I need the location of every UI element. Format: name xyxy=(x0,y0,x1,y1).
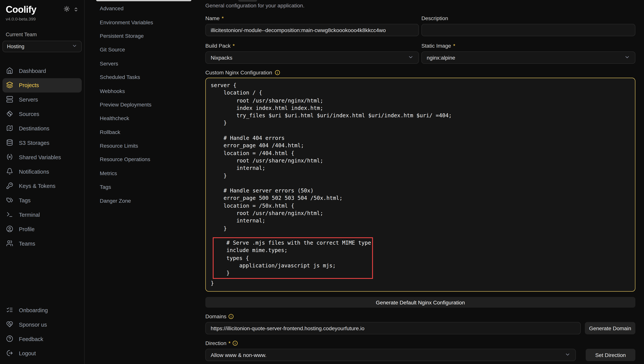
description-label: Description xyxy=(421,15,635,22)
home-icon xyxy=(6,67,13,75)
database-icon xyxy=(6,139,13,147)
help-circle-icon xyxy=(6,335,13,343)
nginx-config-editor[interactable]: server { location / { root /usr/share/ng… xyxy=(206,78,636,292)
nginx-code-after: } xyxy=(211,280,214,287)
set-direction-button[interactable]: Set Direction xyxy=(586,349,635,361)
settings-item-resource-operations[interactable]: Resource Operations xyxy=(100,153,192,166)
sidebar-item-label: Destinations xyxy=(19,125,50,132)
sidebar-nav: Dashboard Projects Servers Sources Desti… xyxy=(0,64,84,251)
sidebar-item-label: Shared Variables xyxy=(19,154,61,160)
static-image-label: Static Image* xyxy=(421,42,635,49)
server-icon xyxy=(6,96,13,104)
settings-item-git-source[interactable]: Git Source xyxy=(100,43,192,57)
name-input-value: illicitestonion/-module--decomposition:m… xyxy=(211,27,386,33)
map-icon xyxy=(6,124,13,133)
sidebar-item-label: Terminal xyxy=(19,212,40,218)
key-icon xyxy=(6,182,13,190)
sidebar-item-label: Keys & Tokens xyxy=(19,183,56,189)
generate-default-nginx-config-button[interactable]: Generate Default Nginx Configuration xyxy=(206,297,636,308)
settings-item-resource-limits[interactable]: Resource Limits xyxy=(100,139,192,152)
sidebar-item-s3-storages[interactable]: S3 Storages xyxy=(2,136,82,150)
users-icon xyxy=(6,240,13,248)
sidebar-item-dashboard[interactable]: Dashboard xyxy=(2,64,82,78)
bell-icon xyxy=(6,167,13,176)
sidebar-item-onboarding[interactable]: Onboarding xyxy=(2,303,82,317)
settings-item-scheduled-tasks[interactable]: Scheduled Tasks xyxy=(100,70,192,84)
chevron-down-icon xyxy=(565,351,570,358)
sidebar-item-projects[interactable]: Projects xyxy=(2,78,82,93)
tags-icon xyxy=(6,197,13,205)
user-circle-icon xyxy=(6,225,13,233)
sidebar-item-label: Sources xyxy=(19,111,39,117)
settings-item-healthcheck[interactable]: Healthcheck xyxy=(100,112,192,125)
sidebar-item-label: Projects xyxy=(19,82,39,88)
coolify-app: Coolify v4.0.0-beta.399 Current Team Hos… xyxy=(0,0,644,364)
general-config-panel: General configuration for your applicati… xyxy=(192,0,644,364)
sidebar-item-profile[interactable]: Profile xyxy=(2,222,82,237)
build-pack-value: Nixpacks xyxy=(211,55,232,61)
sidebar-item-tags[interactable]: Tags xyxy=(2,193,82,208)
logout-icon xyxy=(6,349,13,357)
static-image-select[interactable]: nginx:alpine xyxy=(421,51,635,64)
build-pack-label: Build Pack* xyxy=(206,42,419,49)
app-logo: Coolify xyxy=(6,4,36,15)
sidebar-item-terminal[interactable]: Terminal xyxy=(2,208,82,222)
name-label: Name* xyxy=(206,15,419,22)
sidebar-item-label: Profile xyxy=(19,226,35,233)
domains-input[interactable]: https://illicitonion-quote-server-fronte… xyxy=(206,322,581,334)
sidebar-item-notifications[interactable]: Notifications xyxy=(2,164,82,179)
domains-label: Domains xyxy=(206,313,636,320)
build-pack-select[interactable]: Nixpacks xyxy=(206,51,419,64)
direction-select[interactable]: Allow www & non-www. xyxy=(206,349,576,361)
sidebar-item-label: Teams xyxy=(19,241,35,247)
settings-item-rollback[interactable]: Rollback xyxy=(100,125,192,139)
heart-handshake-icon xyxy=(6,320,13,329)
current-team-label: Current Team xyxy=(0,32,84,37)
checklist-icon xyxy=(6,306,13,314)
main-sidebar: Coolify v4.0.0-beta.399 Current Team Hos… xyxy=(0,0,84,364)
settings-item-persistent-storage[interactable]: Persistent Storage xyxy=(100,29,192,43)
sidebar-item-sponsor-us[interactable]: Sponsor us xyxy=(2,317,82,332)
settings-item-environment-variables[interactable]: Environment Variables xyxy=(100,15,192,29)
sidebar-item-keys-tokens[interactable]: Keys & Tokens xyxy=(2,179,82,193)
static-image-value: nginx:alpine xyxy=(427,55,455,61)
highlight-annotation-box: # Serve .mjs files with the correct MIME… xyxy=(213,237,373,279)
settings-item-tags[interactable]: Tags xyxy=(100,180,192,194)
sidebar-item-teams[interactable]: Teams xyxy=(2,237,82,251)
settings-item-webhooks[interactable]: Webhooks xyxy=(100,84,192,98)
app-version: v4.0.0-beta.399 xyxy=(0,17,84,22)
settings-item-advanced[interactable]: Advanced xyxy=(100,2,192,15)
sidebar-item-servers[interactable]: Servers xyxy=(2,93,82,107)
settings-item-metrics[interactable]: Metrics xyxy=(100,166,192,180)
chevron-down-icon xyxy=(72,43,77,50)
sidebar-item-shared-variables[interactable]: Shared Variables xyxy=(2,150,82,164)
team-select-value: Hosting xyxy=(7,44,24,49)
settings-sidebar: Advanced Environment Variables Persisten… xyxy=(84,0,191,364)
sidebar-item-label: Servers xyxy=(19,97,38,103)
sidebar-item-label: Logout xyxy=(19,350,36,356)
team-select[interactable]: Hosting xyxy=(2,41,82,52)
settings-item-preview-deployments[interactable]: Preview Deployments xyxy=(100,98,192,111)
info-icon[interactable] xyxy=(228,313,234,319)
sidebar-item-label: S3 Storages xyxy=(19,140,50,146)
sidebar-item-feedback[interactable]: Feedback xyxy=(2,332,82,346)
sidebar-item-destinations[interactable]: Destinations xyxy=(2,121,82,136)
settings-item-danger-zone[interactable]: Danger Zone xyxy=(100,194,192,208)
info-icon[interactable] xyxy=(274,70,280,75)
name-input[interactable]: illicitestonion/-module--decomposition:m… xyxy=(206,24,419,36)
theme-sun-icon[interactable] xyxy=(64,6,70,14)
sidebar-item-label: Tags xyxy=(19,197,31,204)
chevrons-up-down-icon[interactable] xyxy=(74,6,78,13)
info-icon[interactable] xyxy=(232,340,238,345)
layers-icon xyxy=(6,81,13,89)
sidebar-item-sources[interactable]: Sources xyxy=(2,107,82,121)
terminal-icon xyxy=(6,211,13,219)
settings-item-servers[interactable]: Servers xyxy=(100,57,192,70)
sidebar-item-label: Onboarding xyxy=(19,307,48,313)
description-input[interactable] xyxy=(421,24,635,36)
generate-domain-button[interactable]: Generate Domain xyxy=(585,322,636,334)
sidebar-item-label: Sponsor us xyxy=(19,322,47,328)
sidebar-item-logout[interactable]: Logout xyxy=(2,346,82,361)
variable-icon xyxy=(6,153,13,161)
nginx-code-before: server { location / { root /usr/share/ng… xyxy=(211,82,452,231)
